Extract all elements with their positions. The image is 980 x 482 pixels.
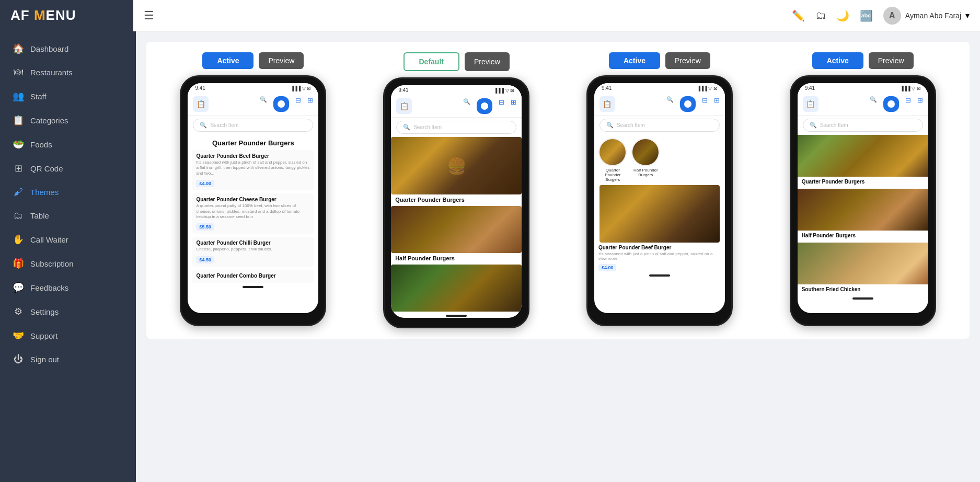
theme1-active-button[interactable]: Active <box>202 52 253 69</box>
theme2-img-2 <box>391 206 522 253</box>
search-icon-inline-1: 🔍 <box>200 122 207 129</box>
logo-area: AF MENU <box>0 0 133 31</box>
theme3-item-name: Quarter Pounder Beef Burger <box>594 243 725 251</box>
avatar: A <box>883 7 901 25</box>
toggle-2[interactable] <box>477 98 492 114</box>
theme3-main-img <box>599 185 720 243</box>
toggle-3[interactable] <box>680 96 696 112</box>
sidebar-item-callwaiter[interactable]: ✋ Call Waiter <box>0 227 136 251</box>
sidebar-item-table[interactable]: 🗂 Table <box>0 204 136 227</box>
theme2-header: Default Preview <box>360 52 553 71</box>
sidebar-item-dashboard[interactable]: 🏠 Dashboard <box>0 37 136 61</box>
chevron-down-icon: ▾ <box>965 10 970 20</box>
circle-label-1: Quarter Pounder Burgers <box>598 168 627 182</box>
staff-icon: 👥 <box>13 90 24 102</box>
edit-icon[interactable]: ✏️ <box>792 9 805 22</box>
theme2-default-button[interactable]: Default <box>403 52 459 71</box>
sidebar-item-categories[interactable]: 📋 Categories <box>0 108 136 132</box>
phone-status-bar-4: 9:41 ▐▐▐ ▽ ⊠ <box>798 83 928 93</box>
theme1-item-2: Quarter Pounder Cheese Burger A quarter-… <box>192 193 314 234</box>
moon-icon[interactable]: 🌙 <box>836 9 849 22</box>
home-bar-1 <box>243 286 263 288</box>
main-content: Active Preview 9:41 ▐▐▐ ▽ ⊠ 📋 🔍 <box>136 31 980 482</box>
toggle-dot-4 <box>887 100 895 108</box>
sidebar-item-support[interactable]: 🤝 Support <box>0 324 136 348</box>
theme4-label-2: Half Pounder Burgers <box>798 231 928 240</box>
theme4-img-1 <box>798 135 928 177</box>
sidebar-label-subscription: Subscription <box>30 259 74 268</box>
sidebar-item-restaurants[interactable]: 🍽 Restaurants <box>0 61 136 84</box>
search-text-3: Search Item <box>617 122 645 128</box>
circle-2 <box>631 138 660 166</box>
sidebar-label-table: Table <box>30 211 49 220</box>
circle-img-1 <box>599 139 626 165</box>
filter-icon-3: ⊟ <box>702 96 708 112</box>
toggle-4[interactable] <box>883 96 899 112</box>
theme4-img-3 <box>798 243 928 284</box>
callwaiter-icon: ✋ <box>13 234 24 245</box>
item-name-1-1: Quarter Pounder Beef Burger <box>196 153 310 159</box>
sidebar-label-staff: Staff <box>30 92 47 101</box>
menu-icon-box-2: 📋 <box>396 98 412 114</box>
phone-search-1[interactable]: 🔍 Search Item <box>193 119 313 132</box>
phone-search-2[interactable]: 🔍 Search Item <box>396 121 516 134</box>
sidebar-item-foods[interactable]: 🥗 Foods <box>0 132 136 156</box>
theme1-screen: 9:41 ▐▐▐ ▽ ⊠ 📋 🔍 ⊟ ⊞ <box>188 83 318 313</box>
foods-icon: 🥗 <box>13 139 24 150</box>
circle-1 <box>598 138 627 166</box>
theme4-img-2 <box>798 189 928 231</box>
burger-img-3 <box>391 265 522 312</box>
template-icon[interactable]: 🗂 <box>815 9 826 21</box>
phone-status-bar-3: 9:41 ▐▐▐ ▽ ⊠ <box>594 83 725 93</box>
sidebar-item-signout[interactable]: ⏻ Sign out <box>0 348 136 371</box>
toggle-1[interactable] <box>273 96 289 112</box>
sidebar-item-qrcode[interactable]: ⊞ QR Code <box>0 156 136 180</box>
theme-card-4: Active Preview 9:41 ▐▐▐ ▽ ⊠ 📋 🔍 <box>766 52 959 328</box>
theme4-header: Active Preview <box>766 52 959 69</box>
sidebar-item-subscription[interactable]: 🎁 Subscription <box>0 251 136 276</box>
theme3-active-button[interactable]: Active <box>609 52 660 69</box>
item-price-1-1: £4.00 <box>196 180 214 187</box>
phone-search-4[interactable]: 🔍 Search Item <box>803 119 923 132</box>
menu-icon-box-4: 📋 <box>803 96 818 112</box>
phone-time-2: 9:41 <box>398 87 408 93</box>
filter-icon-4: ⊟ <box>905 96 911 112</box>
item-name-1-4: Quarter Pounder Combo Burger <box>196 273 310 279</box>
translate-icon[interactable]: 🔤 <box>860 9 873 22</box>
sidebar-label-foods: Foods <box>30 140 52 149</box>
theme3-phone: 9:41 ▐▐▐ ▽ ⊠ 📋 🔍 ⊟ ⊞ <box>586 75 733 326</box>
theme3-preview-button[interactable]: Preview <box>665 52 710 69</box>
theme2-preview-button[interactable]: Preview <box>465 52 510 71</box>
home-icon: 🏠 <box>13 43 24 54</box>
menu-icon-box-3: 📋 <box>599 96 615 112</box>
theme2-screen: 9:41 ▐▐▐ ▽ ⊠ 📋 🔍 ⊟ ⊞ <box>391 85 522 318</box>
phone-search-3[interactable]: 🔍 Search Item <box>599 119 720 132</box>
item-price-1-2: £5.50 <box>196 223 214 231</box>
sidebar-item-staff[interactable]: 👥 Staff <box>0 84 136 108</box>
theme1-preview-button[interactable]: Preview <box>259 52 304 69</box>
burger-img-2 <box>391 206 522 253</box>
theme4-preview-button[interactable]: Preview <box>869 52 914 69</box>
sidebar-label-signout: Sign out <box>30 355 59 364</box>
phone-time-4: 9:41 <box>805 85 815 91</box>
theme4-card-1: Quarter Pounder Burgers <box>798 135 928 187</box>
theme3-header: Active Preview <box>563 52 756 69</box>
hamburger-icon[interactable]: ☰ <box>144 9 154 22</box>
sidebar-label-restaurants: Restaurants <box>30 68 73 77</box>
sidebar-item-themes[interactable]: 🖌 Themes <box>0 180 136 204</box>
user-badge[interactable]: A Ayman Abo Faraj ▾ <box>883 7 970 25</box>
phone-status-bar-1: 9:41 ▐▐▐ ▽ ⊠ <box>188 83 318 93</box>
qrcode-icon: ⊞ <box>13 163 24 174</box>
phone-time-3: 9:41 <box>602 85 612 91</box>
theme3-item-desc: It's seasoned with just a pinch of salt … <box>594 251 725 262</box>
sidebar-label-categories: Categories <box>30 116 68 125</box>
item-desc-1-1: It's seasoned with just a pinch of salt … <box>196 160 310 176</box>
sidebar-item-feedbacks[interactable]: 💬 Feedbacks <box>0 276 136 300</box>
search-text-2: Search Item <box>413 124 442 130</box>
themes-grid: Active Preview 9:41 ▐▐▐ ▽ ⊠ 📋 🔍 <box>146 42 970 339</box>
theme4-active-button[interactable]: Active <box>812 52 863 69</box>
sidebar-item-settings[interactable]: ⚙ Settings <box>0 300 136 324</box>
support-icon: 🤝 <box>13 330 24 341</box>
theme2-img-3 <box>391 265 522 312</box>
menu-icon-box-1: 📋 <box>193 96 209 112</box>
